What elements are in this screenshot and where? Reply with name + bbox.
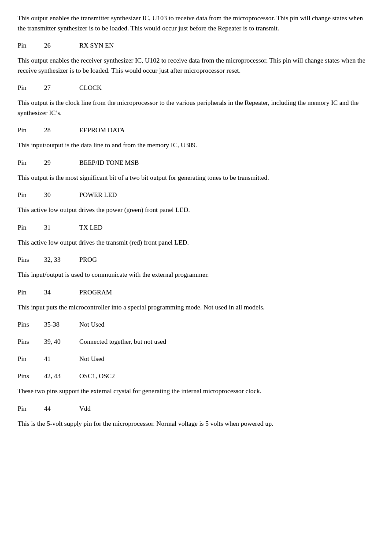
pin-number: 39, 40 bbox=[44, 337, 79, 346]
pin-number: 28 bbox=[44, 126, 79, 135]
pin-number: 27 bbox=[44, 83, 79, 93]
pin-section: Pin27CLOCKThis output is the clock line … bbox=[18, 83, 370, 118]
pin-section: Pin44VddThis is the 5-volt supply pin fo… bbox=[18, 404, 370, 429]
pin-number: 32, 33 bbox=[44, 255, 79, 264]
pin-line: Pin31TX LED bbox=[18, 223, 370, 232]
pin-description: This input/output is used to communicate… bbox=[18, 270, 370, 280]
pin-name: BEEP/ID TONE MSB bbox=[79, 158, 139, 167]
pin-label: Pin bbox=[18, 288, 44, 297]
pin-line: Pin29BEEP/ID TONE MSB bbox=[18, 158, 370, 167]
pin-section: Pin29BEEP/ID TONE MSBThis output is the … bbox=[18, 158, 370, 183]
intro-description: This output enables the transmitter synt… bbox=[18, 13, 370, 33]
pin-number: 31 bbox=[44, 223, 79, 232]
pin-label: Pin bbox=[18, 223, 44, 232]
pin-description: This input puts the microcontroller into… bbox=[18, 302, 370, 313]
pin-description: This output is the clock line from the m… bbox=[18, 98, 370, 118]
pin-description: These two pins support the external crys… bbox=[18, 386, 370, 396]
pin-line: Pin44Vdd bbox=[18, 404, 370, 413]
pin-label: Pin bbox=[18, 158, 44, 167]
pin-description: This active low output drives the power … bbox=[18, 205, 370, 215]
pin-name: Connected together, but not used bbox=[79, 337, 166, 346]
pin-label: Pin bbox=[18, 190, 44, 200]
pin-line: Pin30POWER LED bbox=[18, 190, 370, 200]
pin-section: Pin30POWER LEDThis active low output dri… bbox=[18, 190, 370, 215]
pin-line: Pins39, 40Connected together, but not us… bbox=[18, 337, 370, 346]
pin-label: Pin bbox=[18, 83, 44, 93]
pin-line: Pins35-38Not Used bbox=[18, 320, 370, 329]
pin-label: Pin bbox=[18, 126, 44, 135]
pin-name: POWER LED bbox=[79, 190, 117, 200]
pin-label: Pins bbox=[18, 337, 44, 346]
pin-number: 26 bbox=[44, 41, 79, 50]
pin-label: Pins bbox=[18, 372, 44, 381]
pin-section: Pin34PROGRAMThis input puts the microcon… bbox=[18, 288, 370, 313]
pin-line: Pin27CLOCK bbox=[18, 83, 370, 93]
pin-name: PROGRAM bbox=[79, 288, 112, 297]
pin-description: This output is the most significant bit … bbox=[18, 173, 370, 183]
pin-line: Pin28EEPROM DATA bbox=[18, 126, 370, 135]
pin-section: Pins42, 43OSC1, OSC2These two pins suppo… bbox=[18, 372, 370, 396]
pin-name: EEPROM DATA bbox=[79, 126, 125, 135]
pin-name: Not Used bbox=[79, 354, 104, 364]
pin-description: This output enables the receiver synthes… bbox=[18, 56, 370, 75]
pin-line: Pin26RX SYN EN bbox=[18, 41, 370, 50]
pin-section: Pin41Not Used bbox=[18, 354, 370, 364]
pin-label: Pin bbox=[18, 354, 44, 364]
pin-section: Pins39, 40Connected together, but not us… bbox=[18, 337, 370, 346]
pin-label: Pin bbox=[18, 41, 44, 50]
pin-number: 30 bbox=[44, 190, 79, 200]
pin-description: This is the 5-volt supply pin for the mi… bbox=[18, 419, 370, 429]
pin-number: 29 bbox=[44, 158, 79, 167]
pin-label: Pins bbox=[18, 320, 44, 329]
pin-line: Pin41Not Used bbox=[18, 354, 370, 364]
pin-name: RX SYN EN bbox=[79, 41, 114, 50]
pin-section: Pin31TX LEDThis active low output drives… bbox=[18, 223, 370, 248]
pin-number: 35-38 bbox=[44, 320, 79, 329]
pin-name: OSC1, OSC2 bbox=[79, 372, 115, 381]
pin-line: Pins32, 33PROG bbox=[18, 255, 370, 264]
pin-name: Vdd bbox=[79, 404, 91, 413]
pin-number: 44 bbox=[44, 404, 79, 413]
pin-label: Pin bbox=[18, 404, 44, 413]
pin-name: Not Used bbox=[79, 320, 104, 329]
pin-name: PROG bbox=[79, 255, 97, 264]
pin-number: 41 bbox=[44, 354, 79, 364]
pin-number: 42, 43 bbox=[44, 372, 79, 381]
pin-number: 34 bbox=[44, 288, 79, 297]
pin-label: Pins bbox=[18, 255, 44, 264]
pin-section: Pin28EEPROM DATAThis input/output is the… bbox=[18, 126, 370, 150]
pin-name: CLOCK bbox=[79, 83, 102, 93]
pin-description: This input/output is the data line to an… bbox=[18, 140, 370, 150]
pin-section: Pins35-38Not Used bbox=[18, 320, 370, 329]
pin-section: Pins32, 33PROGThis input/output is used … bbox=[18, 255, 370, 280]
pin-name: TX LED bbox=[79, 223, 103, 232]
pin-line: Pins42, 43OSC1, OSC2 bbox=[18, 372, 370, 381]
pin-section: Pin26RX SYN ENThis output enables the re… bbox=[18, 41, 370, 75]
pin-description: This active low output drives the transm… bbox=[18, 238, 370, 248]
pin-line: Pin34PROGRAM bbox=[18, 288, 370, 297]
